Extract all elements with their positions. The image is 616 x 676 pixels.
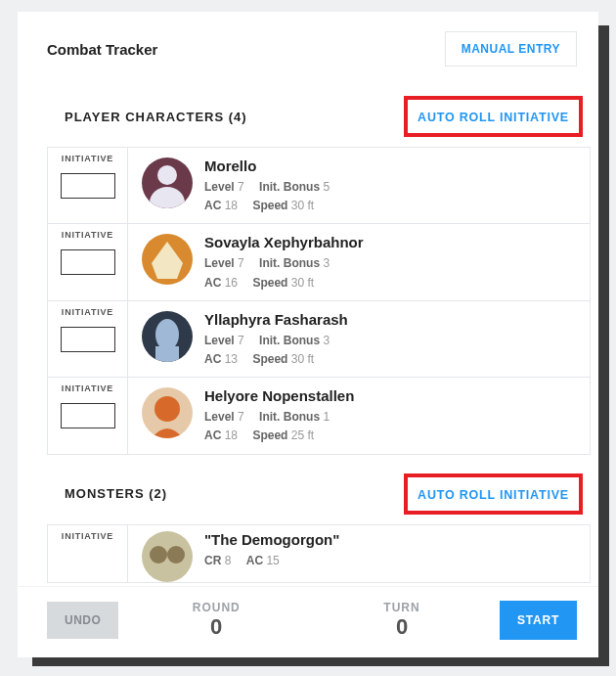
initiative-label: INITIATIVE bbox=[62, 531, 113, 541]
character-name: Sovayla Xephyrbahnor bbox=[204, 234, 590, 250]
initiative-label: INITIATIVE bbox=[62, 307, 113, 317]
svg-point-1 bbox=[157, 165, 177, 185]
turn-label: TURN bbox=[314, 601, 490, 614]
character-name: Morello bbox=[204, 158, 590, 174]
pc-row: INITIATIVE Morello Level 7 Init. Bonus 5… bbox=[47, 147, 591, 224]
initiative-input[interactable] bbox=[61, 173, 115, 199]
initiative-input[interactable] bbox=[61, 249, 115, 275]
stat-line: AC 18 Speed 25 ft bbox=[204, 427, 590, 445]
svg-point-11 bbox=[167, 546, 185, 563]
pc-details: Helyore Nopenstallen Level 7 Init. Bonus… bbox=[204, 378, 590, 453]
round-value: 0 bbox=[128, 614, 304, 640]
initiative-input[interactable] bbox=[61, 327, 115, 352]
monster-row: INITIATIVE "The Demogorgon" CR 8 AC 15 bbox=[47, 524, 591, 583]
manual-entry-button[interactable]: MANUAL ENTRY bbox=[445, 31, 577, 67]
monster-section-header: MONSTERS (2) AUTO ROLL INITIATIVE bbox=[47, 454, 591, 524]
stat-line: Level 7 Init. Bonus 3 bbox=[204, 254, 590, 273]
character-name: Yllaphyra Fasharash bbox=[204, 311, 590, 328]
pc-section-header: PLAYER CHARACTERS (4) AUTO ROLL INITIATI… bbox=[47, 76, 591, 147]
pc-auto-roll-highlight: AUTO ROLL INITIATIVE bbox=[410, 102, 577, 131]
svg-point-8 bbox=[154, 396, 180, 422]
pc-auto-roll-button[interactable]: AUTO ROLL INITIATIVE bbox=[418, 111, 569, 124]
initiative-cell: INITIATIVE bbox=[48, 224, 128, 299]
avatar bbox=[142, 531, 193, 582]
pc-row: INITIATIVE Helyore Nopenstallen Level 7 … bbox=[47, 377, 591, 454]
pc-details: Yllaphyra Fasharash Level 7 Init. Bonus … bbox=[204, 301, 590, 377]
avatar bbox=[142, 158, 193, 208]
pc-details: Sovayla Xephyrbahnor Level 7 Init. Bonus… bbox=[204, 224, 590, 299]
page-title: Combat Tracker bbox=[47, 41, 157, 58]
monster-auto-roll-highlight: AUTO ROLL INITIATIVE bbox=[410, 479, 577, 509]
initiative-label: INITIATIVE bbox=[62, 383, 113, 393]
pc-row: INITIATIVE Sovayla Xephyrbahnor Level 7 … bbox=[47, 223, 591, 300]
round-label: ROUND bbox=[128, 601, 304, 614]
avatar bbox=[142, 311, 193, 362]
header: Combat Tracker MANUAL ENTRY bbox=[18, 12, 598, 76]
initiative-input[interactable] bbox=[61, 403, 115, 428]
stat-line: Level 7 Init. Bonus 3 bbox=[204, 332, 590, 350]
round-counter: ROUND 0 bbox=[128, 601, 304, 640]
combat-tracker-panel: Combat Tracker MANUAL ENTRY PLAYER CHARA… bbox=[18, 12, 598, 657]
monster-auto-roll-button[interactable]: AUTO ROLL INITIATIVE bbox=[418, 488, 569, 502]
stat-line: CR 8 AC 15 bbox=[204, 552, 590, 570]
initiative-cell: INITIATIVE bbox=[48, 525, 128, 582]
pc-row: INITIATIVE Yllaphyra Fasharash Level 7 I… bbox=[47, 300, 591, 378]
turn-value: 0 bbox=[314, 614, 490, 640]
monster-name: "The Demogorgon" bbox=[204, 531, 590, 548]
initiative-cell: INITIATIVE bbox=[48, 148, 128, 223]
stat-line: Level 7 Init. Bonus 5 bbox=[204, 178, 590, 197]
stat-line: Level 7 Init. Bonus 1 bbox=[204, 408, 590, 427]
character-name: Helyore Nopenstallen bbox=[204, 387, 590, 404]
monster-details: "The Demogorgon" CR 8 AC 15 bbox=[204, 525, 590, 582]
stat-line: AC 18 Speed 30 ft bbox=[204, 197, 590, 215]
svg-rect-6 bbox=[155, 346, 179, 362]
turn-counter: TURN 0 bbox=[314, 601, 490, 640]
start-button[interactable]: START bbox=[500, 601, 577, 640]
stat-line: AC 13 Speed 30 ft bbox=[204, 350, 590, 369]
initiative-label: INITIATIVE bbox=[62, 230, 113, 240]
initiative-cell: INITIATIVE bbox=[48, 378, 128, 453]
footer: UNDO ROUND 0 TURN 0 START bbox=[18, 586, 598, 657]
initiative-cell: INITIATIVE bbox=[48, 301, 128, 377]
svg-rect-9 bbox=[142, 531, 193, 582]
avatar bbox=[142, 234, 193, 285]
tracker-scroll-area[interactable]: PLAYER CHARACTERS (4) AUTO ROLL INITIATI… bbox=[18, 76, 598, 586]
avatar bbox=[142, 387, 193, 438]
initiative-label: INITIATIVE bbox=[62, 154, 113, 163]
svg-point-5 bbox=[155, 319, 179, 350]
pc-details: Morello Level 7 Init. Bonus 5 AC 18 Spee… bbox=[204, 148, 590, 223]
monster-section-label: MONSTERS (2) bbox=[65, 486, 167, 501]
stat-line: AC 16 Speed 30 ft bbox=[204, 274, 590, 293]
svg-point-10 bbox=[150, 546, 167, 563]
pc-section-label: PLAYER CHARACTERS (4) bbox=[65, 110, 247, 124]
undo-button[interactable]: UNDO bbox=[47, 602, 118, 639]
